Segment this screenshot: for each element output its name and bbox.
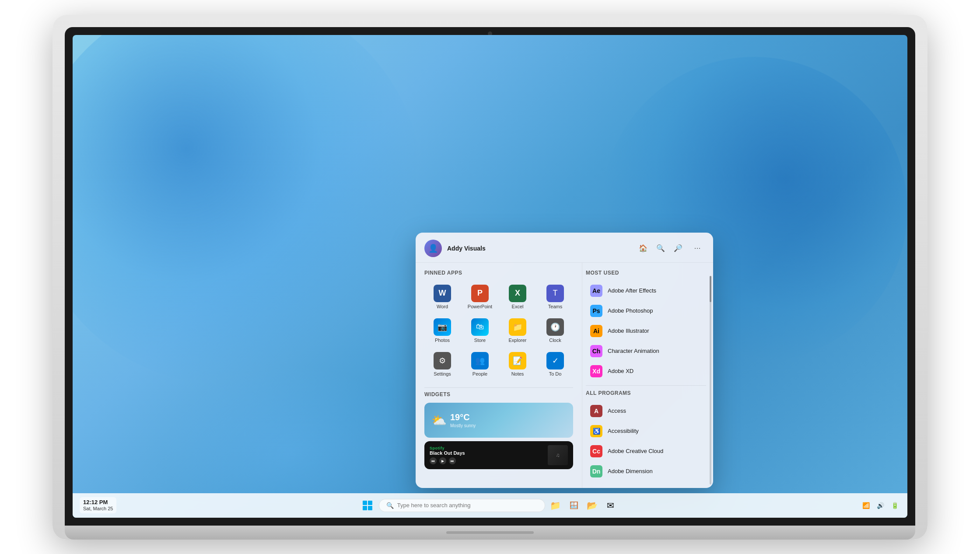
divider-2	[586, 385, 706, 386]
excel-icon: X	[509, 285, 526, 302]
pinned-app-people[interactable]: 👥 People	[462, 348, 498, 380]
settings-icon: ⚙	[434, 352, 451, 369]
pinned-app-todo[interactable]: ✓ To Do	[537, 348, 573, 380]
clock-label: Clock	[549, 338, 561, 343]
battery-icon[interactable]: 🔋	[889, 500, 900, 511]
scroll-indicator[interactable]	[710, 276, 711, 484]
most-used-panel: Most used Ae Adobe After Effects Ps Adob…	[582, 263, 713, 488]
pinned-app-photos[interactable]: 📷 Photos	[424, 315, 460, 347]
todo-icon: ✓	[546, 352, 564, 369]
powerpoint-label: PowerPoint	[468, 304, 492, 310]
xd-icon: Xd	[590, 365, 602, 377]
app-dimension[interactable]: Dn Adobe Dimension	[586, 462, 706, 481]
taskbar-app3-button[interactable]: 📂	[584, 498, 600, 513]
app-access[interactable]: A Access	[586, 401, 706, 421]
menu-more-button[interactable]: ···	[690, 241, 704, 255]
spotify-play-button[interactable]: ▶	[439, 457, 446, 464]
creative-cloud-icon: Cc	[590, 445, 602, 457]
search-icon: 🔍	[386, 502, 394, 509]
start-menu-body: Pinned Apps W Word P PowerPoint	[416, 263, 713, 488]
access-label: Access	[608, 408, 626, 414]
spotify-prev-button[interactable]: ⏮	[430, 457, 437, 464]
pinned-app-store[interactable]: 🛍 Store	[462, 315, 498, 347]
pinned-app-powerpoint[interactable]: P PowerPoint	[462, 281, 498, 313]
weather-widget[interactable]: ⛅ 19°C Mostly sunny	[424, 403, 573, 438]
teams-label: Teams	[548, 304, 562, 310]
pinned-app-excel[interactable]: X Excel	[500, 281, 536, 313]
taskbar-file-explorer-button[interactable]: 📁	[548, 498, 564, 513]
weather-info: 19°C Mostly sunny	[450, 412, 476, 428]
spotify-widget[interactable]: Spotify Black Out Days ⏮ ▶ ⏭ ♫	[424, 441, 573, 469]
pinned-app-notes[interactable]: 📝 Notes	[500, 348, 536, 380]
excel-label: Excel	[512, 304, 524, 310]
nav-home-button[interactable]: 🏠	[636, 241, 650, 255]
app-character-animation[interactable]: Ch Character Animation	[586, 341, 706, 361]
accessibility-icon: ♿	[590, 425, 602, 437]
app-photoshop[interactable]: Ps Adobe Photoshop	[586, 301, 706, 321]
dimension-icon: Dn	[590, 465, 602, 477]
spotify-controls: ⏮ ▶ ⏭	[430, 457, 543, 464]
search-input[interactable]	[397, 502, 538, 509]
app-xd[interactable]: Xd Adobe XD	[586, 362, 706, 381]
photoshop-label: Adobe Photoshop	[608, 307, 653, 314]
dimension-label: Adobe Dimension	[608, 468, 653, 474]
clock-icon: 🕐	[546, 318, 564, 336]
pinned-app-teams[interactable]: T Teams	[537, 281, 573, 313]
after-effects-label: Adobe After Effects	[608, 287, 656, 294]
user-name-label: Addy Visuals	[447, 245, 631, 252]
spotify-next-button[interactable]: ⏭	[449, 457, 456, 464]
win-quad-br	[368, 506, 372, 510]
start-button[interactable]	[359, 497, 376, 514]
all-programs-list: A Access ♿ Accessibility Cc Adobe Creati…	[586, 401, 706, 481]
spotify-track-title: Black Out Days	[430, 450, 543, 456]
start-menu: 👤 Addy Visuals 🏠 🔍 🔎 ··· Pinned Apps	[416, 233, 713, 488]
store-icon: 🛍	[471, 318, 489, 336]
laptop-bottom-hinge	[65, 526, 915, 540]
user-avatar: 👤	[424, 240, 442, 257]
search-bar[interactable]: 🔍	[379, 499, 545, 512]
app-illustrator[interactable]: Ai Adobe Illustrator	[586, 321, 706, 341]
app-creative-cloud[interactable]: Cc Adobe Creative Cloud	[586, 442, 706, 461]
accessibility-label: Accessibility	[608, 428, 639, 434]
taskbar-mail-button[interactable]: ✉	[603, 498, 619, 513]
spotify-album-art: ♫	[548, 445, 568, 465]
settings-label: Settings	[434, 371, 451, 377]
spotify-info: Spotify Black Out Days ⏮ ▶ ⏭	[430, 446, 543, 464]
after-effects-icon: Ae	[590, 285, 602, 297]
access-icon: A	[590, 405, 602, 417]
notes-label: Notes	[511, 371, 524, 377]
menu-nav-icons: 🏠 🔍 🔎	[636, 241, 685, 255]
taskbar: 12:12 PM Sat, March 25	[73, 493, 907, 518]
word-label: Word	[437, 304, 448, 310]
app-after-effects[interactable]: Ae Adobe After Effects	[586, 281, 706, 300]
pinned-app-clock[interactable]: 🕐 Clock	[537, 315, 573, 347]
pinned-apps-title: Pinned Apps	[424, 270, 573, 276]
pinned-apps-grid: W Word P PowerPoint X Excel	[424, 281, 573, 381]
explorer-icon: 📁	[509, 318, 526, 336]
character-animation-label: Character Animation	[608, 348, 659, 354]
pinned-and-widgets-panel: Pinned Apps W Word P PowerPoint	[416, 263, 582, 488]
xd-label: Adobe XD	[608, 368, 634, 374]
pinned-app-settings[interactable]: ⚙ Settings	[424, 348, 460, 380]
pinned-app-explorer[interactable]: 📁 Explorer	[500, 315, 536, 347]
taskbar-right: 📶 🔊 🔋	[861, 500, 900, 511]
wifi-icon[interactable]: 📶	[861, 500, 872, 511]
taskbar-app2-button[interactable]: 🪟	[566, 498, 582, 513]
widgets-title: Widgets	[424, 391, 573, 397]
nav-search2-button[interactable]: 🔎	[671, 241, 685, 255]
clock-date: Sat, March 25	[83, 506, 113, 512]
bg-decoration-1	[73, 35, 423, 385]
pinned-app-word[interactable]: W Word	[424, 281, 460, 313]
notes-icon: 📝	[509, 352, 526, 369]
app-accessibility[interactable]: ♿ Accessibility	[586, 422, 706, 441]
creative-cloud-label: Adobe Creative Cloud	[608, 448, 663, 454]
most-used-title: Most used	[586, 270, 706, 276]
divider-1	[424, 387, 573, 388]
illustrator-icon: Ai	[590, 325, 602, 337]
nav-search-button[interactable]: 🔍	[654, 241, 668, 255]
volume-icon[interactable]: 🔊	[875, 500, 886, 511]
photos-icon: 📷	[434, 318, 451, 336]
screen-bezel: 👤 Addy Visuals 🏠 🔍 🔎 ··· Pinned Apps	[65, 27, 915, 526]
todo-label: To Do	[549, 371, 562, 377]
win-quad-tr	[368, 501, 372, 505]
